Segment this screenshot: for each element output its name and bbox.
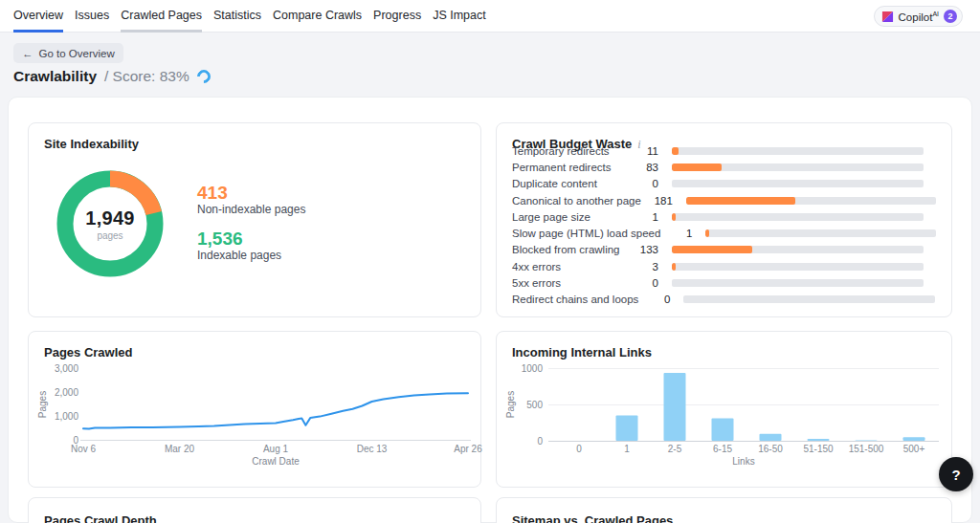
budget-row-label: Temporary redirects — [512, 145, 627, 157]
budget-row-label: Large page size — [512, 211, 627, 223]
tab-compare-crawls[interactable]: Compare Crawls — [273, 0, 362, 33]
budget-row-label: Redirect chains and loops — [512, 294, 638, 305]
budget-row-bar — [672, 147, 924, 155]
svg-text:1: 1 — [624, 444, 630, 454]
svg-text:Aug 1: Aug 1 — [263, 444, 289, 454]
card-title: Pages Crawl Depth — [44, 513, 157, 523]
tab-overview[interactable]: Overview — [13, 0, 63, 33]
svg-text:500+: 500+ — [903, 444, 925, 454]
svg-text:Apr 26: Apr 26 — [454, 444, 482, 454]
svg-text:Crawl Date: Crawl Date — [252, 456, 300, 467]
score-label: / Score: 83% — [104, 68, 189, 85]
top-nav: OverviewIssuesCrawled PagesStatisticsCom… — [0, 0, 980, 33]
svg-text:0: 0 — [576, 444, 582, 454]
pages-crawl-depth-card: Pages Crawl Depth — [28, 497, 481, 523]
indexable-label: Indexable pages — [197, 249, 305, 263]
non-indexable-value: 413 — [197, 183, 305, 203]
card-title: Sitemap vs. Crawled Pages — [512, 513, 673, 523]
budget-row-value: 1 — [660, 228, 692, 239]
crawl-budget-waste-card: Crawl Budget Waste i Temporary redirects… — [496, 122, 952, 317]
budget-row-label: Canonical to another page — [512, 195, 641, 207]
budget-row-bar — [672, 213, 924, 221]
incoming-links-bar-chart: 05001000012-56-1516-5051-150151-500500+L… — [497, 332, 953, 488]
svg-text:Nov 6: Nov 6 — [71, 444, 97, 454]
arrow-left-icon: ← — [22, 48, 33, 59]
copilot-badge: 2 — [944, 10, 957, 23]
pages-crawled-line-chart: 01,0002,0003,000Nov 6Mar 20Aug 1Dec 13Ap… — [29, 332, 482, 488]
budget-row: Duplicate content0 — [512, 176, 936, 192]
svg-text:500: 500 — [526, 400, 543, 410]
budget-row-bar — [686, 197, 936, 205]
copilot-icon — [881, 11, 894, 23]
budget-row-value: 0 — [627, 178, 658, 189]
sitemap-vs-crawled-card: Sitemap vs. Crawled Pages — [496, 497, 952, 523]
budget-row-label: 5xx errors — [512, 277, 627, 289]
budget-row-bar — [672, 246, 924, 253]
budget-row-bar — [672, 263, 924, 271]
budget-row-value: 0 — [638, 294, 670, 305]
budget-row: Canonical to another page181 — [512, 192, 936, 208]
budget-row: 4xx errors3 — [512, 258, 936, 274]
budget-row-label: Permanent redirects — [512, 162, 627, 173]
svg-text:Mar 20: Mar 20 — [165, 444, 195, 454]
indexable-value: 1,536 — [197, 229, 305, 249]
budget-row-value: 0 — [627, 277, 658, 289]
go-to-overview-button[interactable]: ← Go to Overview — [13, 43, 123, 63]
budget-row-label: Duplicate content — [512, 178, 627, 189]
budget-row-value: 133 — [627, 244, 658, 255]
svg-text:Pages: Pages — [37, 391, 48, 418]
help-button[interactable]: ? — [939, 457, 973, 491]
budget-row: Redirect chains and loops0 — [512, 292, 936, 308]
budget-row: 5xx errors0 — [512, 274, 936, 291]
svg-text:151-500: 151-500 — [849, 444, 884, 454]
tab-issues[interactable]: Issues — [75, 0, 109, 33]
tab-js-impact[interactable]: JS Impact — [433, 0, 486, 33]
main-panel: Site Indexability 1,949 pages 413 Non-in… — [8, 97, 972, 523]
svg-text:0: 0 — [537, 436, 543, 447]
page-title: Crawlability / Score: 83% — [13, 68, 211, 85]
budget-row-value: 3 — [627, 261, 658, 272]
budget-row-bar — [672, 180, 924, 187]
budget-row: Slow page (HTML) load speed1 — [512, 225, 936, 241]
site-indexability-card: Site Indexability 1,949 pages 413 Non-in… — [28, 122, 481, 317]
budget-row-bar — [683, 295, 935, 303]
svg-text:1000: 1000 — [522, 363, 544, 374]
budget-row-value: 181 — [641, 195, 673, 207]
budget-row-value: 11 — [627, 145, 658, 157]
incoming-internal-links-card: Incoming Internal Links 05001000012-56-1… — [496, 331, 952, 488]
budget-row-bar — [672, 279, 924, 287]
svg-text:Links: Links — [732, 456, 754, 467]
budget-row-value: 1 — [627, 211, 658, 223]
svg-text:2,000: 2,000 — [55, 387, 78, 398]
copilot-label: CopilotAI — [899, 11, 939, 23]
budget-row-bar — [705, 229, 936, 237]
budget-row-value: 83 — [627, 162, 658, 173]
tab-progress[interactable]: Progress — [373, 0, 421, 33]
budget-row: Blocked from crawling133 — [512, 242, 936, 258]
svg-text:51-150: 51-150 — [803, 444, 834, 454]
indexability-legend: 413 Non-indexable pages 1,536 Indexable … — [197, 183, 305, 274]
tab-statistics[interactable]: Statistics — [213, 0, 261, 33]
svg-text:6-15: 6-15 — [713, 444, 732, 454]
page-title-text: Crawlability — [13, 68, 97, 85]
crawl-budget-rows: Temporary redirects11Permanent redirects… — [512, 142, 936, 308]
svg-text:16-50: 16-50 — [758, 444, 783, 454]
nav-tabs: OverviewIssuesCrawled PagesStatisticsCom… — [0, 0, 486, 32]
budget-row-label: 4xx errors — [512, 261, 627, 272]
loading-spinner-icon — [194, 67, 213, 86]
copilot-button[interactable]: CopilotAI 2 — [874, 6, 963, 27]
svg-text:Dec 13: Dec 13 — [357, 444, 388, 454]
svg-text:Pages: Pages — [505, 391, 516, 418]
donut-center-label: 1,949 pages — [54, 167, 167, 280]
budget-row: Permanent redirects83 — [512, 159, 936, 175]
budget-row: Large page size1 — [512, 208, 936, 225]
card-title: Site Indexability — [44, 137, 139, 151]
svg-text:2-5: 2-5 — [668, 444, 682, 454]
budget-row-label: Slow page (HTML) load speed — [512, 228, 660, 239]
svg-text:3,000: 3,000 — [55, 363, 78, 374]
tab-crawled-pages[interactable]: Crawled Pages — [121, 0, 202, 33]
budget-row-label: Blocked from crawling — [512, 244, 627, 255]
pages-crawled-card: Pages Crawled 01,0002,0003,000Nov 6Mar 2… — [28, 331, 481, 488]
non-indexable-label: Non-indexable pages — [197, 203, 305, 217]
budget-row: Temporary redirects11 — [512, 142, 936, 159]
